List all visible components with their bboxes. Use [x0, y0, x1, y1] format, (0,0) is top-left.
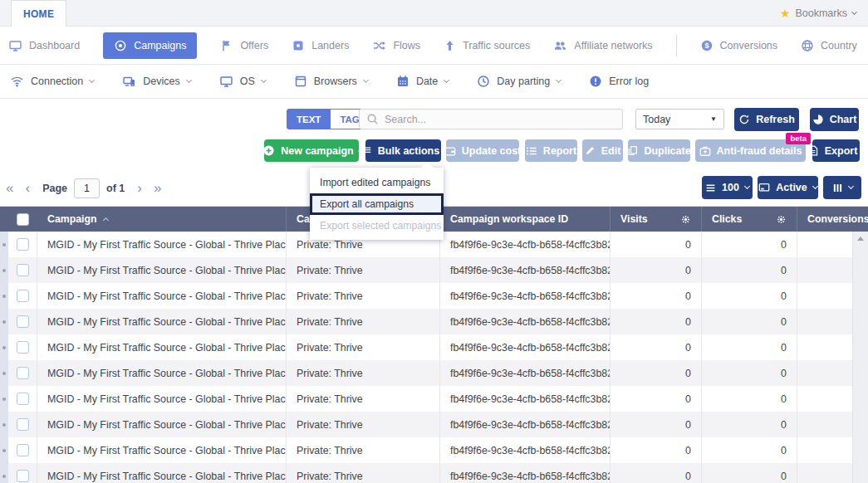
cell-campaign-name[interactable]: MGID - My First Traffic Source - Global … [37, 334, 287, 360]
filter-connection[interactable]: Connection [10, 75, 94, 88]
table-row[interactable]: MGID - My First Traffic Source - Global … [0, 412, 852, 437]
prev-page-button[interactable]: ‹ [19, 181, 36, 195]
table-row[interactable]: MGID - My First Traffic Source - Global … [0, 386, 852, 412]
tab-home[interactable]: HOME [11, 0, 66, 27]
table-row[interactable]: MGID - My First Traffic Source - Global … [0, 257, 852, 283]
export-button[interactable]: Export [812, 139, 860, 162]
anti-fraud-button[interactable]: Anti-fraud details beta [695, 139, 806, 162]
table-row[interactable]: MGID - My First Traffic Source - Global … [0, 334, 852, 360]
cell-clicks: 0 [702, 309, 797, 334]
cell-campaign-name[interactable]: MGID - My First Traffic Source - Global … [37, 437, 287, 463]
report-label: Report [543, 145, 576, 157]
row-checkbox[interactable] [17, 393, 29, 405]
chart-button[interactable]: Chart [810, 108, 859, 131]
new-campaign-button[interactable]: New campaign [264, 139, 359, 162]
filter-date[interactable]: Date [396, 75, 449, 88]
cell-visits: 0 [611, 437, 702, 463]
last-page-button[interactable]: » [148, 181, 167, 195]
row-checkbox[interactable] [17, 264, 29, 276]
nav-item-campaigns[interactable]: Campaigns [103, 32, 197, 59]
table-row[interactable]: MGID - My First Traffic Source - Global … [0, 463, 852, 483]
edit-button[interactable]: Edit [582, 139, 623, 162]
table-scrollbar[interactable] [852, 232, 868, 483]
date-range-select[interactable]: Today ▼ [635, 109, 724, 129]
row-checkbox-cell [8, 360, 37, 386]
nav-item-traffic-sources[interactable]: Traffic sources [444, 39, 530, 52]
row-checkbox-cell [8, 257, 37, 283]
row-checkbox[interactable] [17, 238, 29, 251]
columns-button[interactable] [823, 176, 861, 199]
cell-campaign-name[interactable]: MGID - My First Traffic Source - Global … [37, 309, 287, 334]
header-clicks[interactable]: Clicks [702, 207, 797, 232]
filter-day-parting[interactable]: Day parting [477, 75, 561, 88]
chart-label: Chart [830, 114, 857, 125]
table-row[interactable]: MGID - My First Traffic Source - Global … [0, 309, 852, 334]
row-checkbox[interactable] [17, 418, 29, 431]
row-checkbox[interactable] [17, 341, 29, 354]
rows-per-page-button[interactable]: 100 [702, 176, 753, 199]
cell-campaign-name[interactable]: MGID - My First Traffic Source - Global … [37, 386, 287, 412]
row-checkbox[interactable] [17, 444, 29, 456]
bookmarks-menu[interactable]: ★ Bookmarks [780, 0, 856, 27]
row-checkbox[interactable] [17, 367, 29, 379]
app-window: HOME ★ Bookmarks Dashboard Campaigns Off… [0, 0, 868, 483]
report-button[interactable]: Report [525, 139, 577, 162]
cell-campaign-name[interactable]: MGID - My First Traffic Source - Global … [37, 232, 287, 257]
table-row[interactable]: MGID - My First Traffic Source - Global … [0, 360, 852, 386]
wifi-icon [10, 75, 24, 88]
nav-item-affiliate-networks[interactable]: Affiliate networks [553, 39, 652, 52]
filter-error-log[interactable]: Error log [589, 75, 649, 88]
cell-visits: 0 [611, 257, 702, 283]
first-page-button[interactable]: « [0, 181, 19, 195]
bulk-actions-button[interactable]: Bulk actions [365, 139, 441, 162]
update-cost-button[interactable]: Update cost [446, 139, 519, 162]
cell-campaign-name[interactable]: MGID - My First Traffic Source - Global … [37, 463, 287, 483]
cell-campaign-name[interactable]: MGID - My First Traffic Source - Global … [37, 283, 287, 309]
menu-item-export-selected[interactable]: Export selected campaigns [310, 215, 444, 237]
status-filter-button[interactable]: Active [758, 176, 818, 199]
row-checkbox[interactable] [17, 315, 29, 328]
cell-campaign-name[interactable]: MGID - My First Traffic Source - Global … [37, 412, 287, 437]
refresh-button[interactable]: Refresh [734, 108, 799, 131]
cell-clicks: 0 [702, 386, 797, 412]
select-all-checkbox[interactable] [17, 213, 29, 226]
nav-item-offers[interactable]: Offers [220, 39, 268, 52]
nav-label: Campaigns [134, 40, 186, 51]
nav-item-country[interactable]: Country [801, 39, 857, 52]
search-input[interactable] [385, 114, 615, 125]
gear-icon[interactable] [680, 214, 691, 225]
row-checkbox[interactable] [17, 290, 29, 302]
cell-clicks: 0 [702, 334, 797, 360]
duplicate-button[interactable]: Duplicate [628, 139, 690, 162]
next-page-button[interactable]: › [131, 181, 148, 195]
scroll-up-icon[interactable] [857, 237, 864, 241]
row-checkbox-cell [8, 232, 37, 257]
nav-item-landers[interactable]: Landers [292, 39, 349, 52]
header-visits[interactable]: Visits [611, 207, 702, 232]
cell-campaign-name[interactable]: MGID - My First Traffic Source - Global … [37, 257, 287, 283]
bulk-actions-icon [360, 145, 372, 157]
nav-item-dashboard[interactable]: Dashboard [8, 39, 80, 52]
filter-devices[interactable]: Devices [122, 75, 190, 88]
search-mode-text[interactable]: TEXT [287, 109, 331, 129]
menu-item-import-edited[interactable]: Import edited campaigns [310, 172, 444, 193]
table-row[interactable]: MGID - My First Traffic Source - Global … [0, 283, 852, 309]
header-campaign[interactable]: Campaign [37, 207, 287, 232]
plus-circle-icon [262, 144, 275, 157]
row-indicator [0, 386, 8, 412]
page-input[interactable] [74, 178, 100, 198]
document-icon [808, 145, 819, 156]
nav-item-conversions[interactable]: $ Conversions [700, 39, 777, 52]
globe-icon [801, 39, 814, 52]
page-label: Page [42, 183, 67, 194]
cell-campaign-name[interactable]: MGID - My First Traffic Source - Global … [37, 360, 287, 386]
filter-browsers[interactable]: Browsers [294, 75, 368, 88]
header-workspace-id[interactable]: Campaign workspace ID [440, 207, 611, 232]
gear-icon[interactable] [776, 214, 787, 225]
table-row[interactable]: MGID - My First Traffic Source - Global … [0, 437, 852, 463]
row-checkbox[interactable] [17, 470, 29, 482]
nav-item-flows[interactable]: Flows [372, 39, 420, 52]
filter-os[interactable]: OS [219, 75, 266, 88]
header-conversions[interactable]: Conversions [797, 207, 868, 232]
menu-item-export-all[interactable]: Export all campaigns [310, 193, 444, 215]
